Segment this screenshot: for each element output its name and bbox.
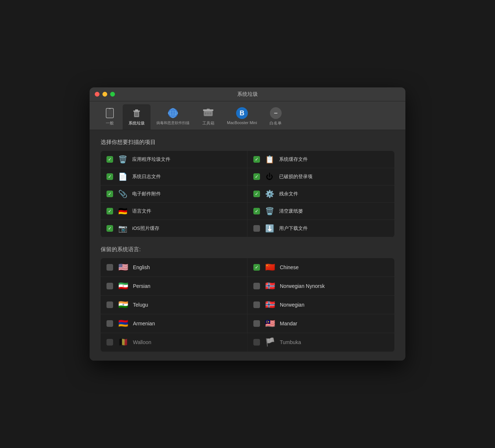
checkbox-app-junk[interactable]: ✓ — [106, 156, 113, 163]
checkbox-tumbuka[interactable] — [253, 339, 260, 346]
system-log-label: 系统日志文件 — [132, 173, 161, 180]
mini-icon: B — [236, 107, 248, 119]
broken-login-label: 已破损的登录项 — [279, 173, 312, 180]
lang-label-tumbuka: Tumbuka — [280, 339, 301, 345]
lang-files-icon: 🇩🇪 — [118, 207, 128, 216]
scan-item-broken-login[interactable]: ✓ ⏻ 已破损的登录项 — [248, 168, 394, 185]
lang-section-title: 保留的系统语言: — [101, 246, 394, 253]
minimize-button[interactable] — [102, 92, 107, 97]
lang-item-telugu[interactable]: 🇮🇳 Telugu — [101, 296, 248, 314]
checkbox-armenian[interactable] — [106, 320, 113, 327]
lang-grid: 🇺🇸 English ✓ 🇨🇳 Chinese 🇮🇷 Persian — [101, 258, 394, 352]
scan-item-empty-trash[interactable]: ✓ 🗑️ 清空废纸篓 — [248, 203, 394, 220]
scan-item-system-log[interactable]: ✓ 📄 系统日志文件 — [101, 168, 248, 185]
tab-mini-label: MacBooster Mini — [227, 120, 257, 125]
svg-rect-2 — [109, 108, 111, 109]
tab-tools-label: 工具箱 — [202, 120, 214, 126]
system-cache-label: 系统缓存文件 — [279, 156, 308, 163]
lang-item-tumbuka[interactable]: 🏳️ Tumbuka — [248, 333, 394, 352]
user-download-icon: ⬇️ — [264, 224, 275, 233]
tab-mini[interactable]: B MacBooster Mini — [221, 104, 263, 130]
checkbox-system-cache[interactable]: ✓ — [253, 156, 260, 163]
scan-item-email-attach[interactable]: ✓ 📎 电子邮件附件 — [101, 185, 248, 203]
lang-label-mandar: Mandar — [280, 321, 297, 326]
tab-virus[interactable]: 病毒和恶意软件扫描 — [151, 104, 195, 130]
tab-whitelist[interactable]: − 白名单 — [263, 104, 289, 130]
checkbox-leftover[interactable]: ✓ — [253, 191, 260, 197]
checkbox-persian[interactable] — [106, 283, 113, 289]
traffic-lights — [95, 92, 115, 97]
scan-items-grid: ✓ 🗑️ 应用程序垃圾文件 ✓ 📋 系统缓存文件 ✓ 📄 系统日志文件 ✓ — [101, 151, 394, 237]
scan-item-ios-photo[interactable]: ✓ 📷 iOS照片缓存 — [101, 220, 248, 237]
checkbox-ios-photo[interactable]: ✓ — [106, 225, 113, 232]
lang-label-persian: Persian — [133, 283, 150, 289]
email-attach-icon: 📎 — [118, 189, 128, 198]
flag-english: 🇺🇸 — [118, 263, 129, 272]
flag-persian: 🇮🇷 — [118, 281, 129, 291]
scan-item-user-download[interactable]: ⬇️ 用户下载文件 — [248, 220, 394, 237]
lang-item-persian[interactable]: 🇮🇷 Persian — [101, 277, 248, 296]
system-cache-icon: 📋 — [264, 155, 275, 164]
scan-item-system-cache[interactable]: ✓ 📋 系统缓存文件 — [248, 151, 394, 168]
lang-item-mandar[interactable]: 🇲🇾 Mandar — [248, 314, 394, 333]
checkbox-telugu[interactable] — [106, 301, 113, 308]
close-button[interactable] — [95, 92, 100, 97]
lang-item-english[interactable]: 🇺🇸 English — [101, 258, 248, 277]
lang-item-norwegian[interactable]: 🇳🇴 Norwegian — [248, 296, 394, 314]
checkbox-email-attach[interactable]: ✓ — [106, 191, 113, 197]
email-attach-label: 电子邮件附件 — [132, 191, 161, 197]
tab-junk-label: 系统垃圾 — [129, 120, 145, 126]
user-download-label: 用户下载文件 — [279, 225, 308, 232]
tab-junk[interactable]: 系统垃圾 — [123, 104, 151, 130]
flag-tumbuka: 🏳️ — [264, 337, 275, 347]
svg-rect-1 — [107, 109, 112, 117]
checkbox-mandar[interactable] — [253, 320, 260, 327]
lang-files-label: 语言文件 — [132, 208, 151, 214]
tools-icon — [202, 107, 214, 119]
checkbox-english[interactable] — [106, 264, 113, 271]
lang-label-telugu: Telugu — [133, 302, 148, 308]
checkbox-norwegian[interactable] — [253, 301, 260, 308]
flag-mandar: 🇲🇾 — [264, 319, 275, 328]
tab-general-label: 一般 — [106, 120, 114, 126]
flag-armenian: 🇦🇲 — [118, 319, 129, 328]
tab-general[interactable]: 一般 — [97, 104, 123, 130]
checkbox-empty-trash[interactable]: ✓ — [253, 208, 260, 214]
checkbox-lang-files[interactable]: ✓ — [106, 208, 113, 214]
scan-item-leftover[interactable]: ✓ ⚙️ 残余文件 — [248, 185, 394, 203]
junk-icon — [131, 107, 142, 119]
lang-item-walloon[interactable]: 🇧🇪 Walloon — [101, 333, 248, 352]
leftover-label: 残余文件 — [279, 191, 298, 197]
checkbox-broken-login[interactable]: ✓ — [253, 173, 260, 180]
lang-item-armenian[interactable]: 🇦🇲 Armenian — [101, 314, 248, 333]
tab-virus-label: 病毒和恶意软件扫描 — [156, 120, 189, 126]
scan-item-lang-files[interactable]: ✓ 🇩🇪 语言文件 — [101, 203, 248, 220]
title-bar: 系统垃圾 — [90, 87, 405, 101]
flag-walloon: 🇧🇪 — [118, 337, 129, 347]
empty-trash-icon: 🗑️ — [264, 207, 275, 216]
fullscreen-button[interactable] — [110, 92, 115, 97]
checkbox-norwegian-nynorsk[interactable] — [253, 283, 260, 289]
tab-tools[interactable]: 工具箱 — [195, 104, 221, 130]
broken-login-icon: ⏻ — [264, 173, 275, 181]
lang-label-norwegian-nynorsk: Norwegian Nynorsk — [280, 283, 325, 289]
flag-chinese: 🇨🇳 — [264, 263, 275, 272]
lang-label-english: English — [133, 264, 150, 270]
checkbox-system-log[interactable]: ✓ — [106, 173, 113, 180]
checkbox-walloon[interactable] — [106, 339, 113, 346]
lang-label-armenian: Armenian — [133, 321, 155, 326]
flag-norwegian-nynorsk: 🇳🇴 — [264, 281, 275, 291]
checkbox-chinese[interactable]: ✓ — [253, 264, 260, 271]
app-junk-label: 应用程序垃圾文件 — [132, 156, 170, 163]
flag-norwegian: 🇳🇴 — [264, 300, 275, 310]
lang-item-chinese[interactable]: ✓ 🇨🇳 Chinese — [248, 258, 394, 277]
content-area: 选择你想要扫描的项目 ✓ 🗑️ 应用程序垃圾文件 ✓ 📋 系统缓存文件 ✓ 📄 — [90, 130, 405, 361]
checkbox-user-download[interactable] — [253, 225, 260, 232]
scan-item-app-junk[interactable]: ✓ 🗑️ 应用程序垃圾文件 — [101, 151, 248, 168]
system-log-icon: 📄 — [118, 172, 128, 181]
lang-label-norwegian: Norwegian — [280, 302, 304, 308]
lang-item-norwegian-nynorsk[interactable]: 🇳🇴 Norwegian Nynorsk — [248, 277, 394, 296]
general-icon — [104, 107, 116, 119]
lang-label-chinese: Chinese — [280, 264, 299, 270]
virus-icon — [167, 107, 179, 119]
